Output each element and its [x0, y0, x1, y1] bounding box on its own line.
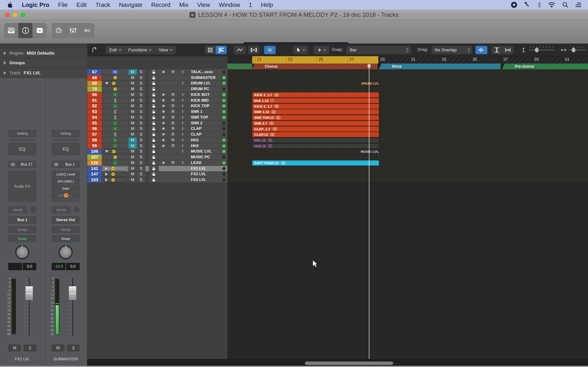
- mute-button[interactable]: M: [128, 98, 137, 103]
- disclosure-closed-icon[interactable]: [105, 167, 108, 170]
- freeze-button[interactable]: ❄: [159, 103, 168, 109]
- freeze-button[interactable]: ❄: [159, 115, 168, 120]
- track-icon-cell[interactable]: [102, 75, 128, 81]
- mute-button[interactable]: M: [128, 177, 137, 183]
- record-ready-dot[interactable]: [221, 81, 227, 86]
- track-number[interactable]: 68: [87, 75, 102, 81]
- mute-button[interactable]: M: [128, 166, 137, 171]
- freeze-button[interactable]: ❄: [159, 120, 168, 126]
- menu-item-file[interactable]: File: [58, 1, 68, 8]
- vertical-zoom-slider[interactable]: [529, 50, 554, 50]
- catch-playhead-button[interactable]: [264, 46, 276, 54]
- automation-mode-button[interactable]: Read: [52, 235, 80, 242]
- automation-mode-button[interactable]: Read: [8, 235, 36, 242]
- mute-button[interactable]: M: [128, 109, 137, 115]
- track-row-126[interactable]: 126♪MS❄RILEAD: [87, 160, 227, 166]
- lock-icon[interactable]: [149, 86, 159, 92]
- menu-item-logic-pro[interactable]: Logic Pro: [22, 1, 49, 8]
- lock-icon[interactable]: [149, 126, 159, 132]
- record-enable-column[interactable]: R: [168, 120, 178, 126]
- solo-button[interactable]: S: [137, 92, 145, 98]
- track-icon-cell[interactable]: [102, 177, 128, 183]
- track-row-67[interactable]: 67MS❄RITALK...xxxx: [87, 69, 227, 75]
- lock-icon[interactable]: [149, 109, 159, 115]
- lock-icon[interactable]: [149, 81, 159, 86]
- tool-icon[interactable]: [524, 2, 531, 8]
- apple-menu-icon[interactable]: [7, 2, 13, 8]
- input-monitor-button[interactable]: I: [178, 143, 188, 149]
- input-monitor-button[interactable]: I: [178, 81, 188, 86]
- pan-knob[interactable]: [59, 245, 73, 259]
- record-ready-dot[interactable]: [221, 86, 227, 92]
- track-icon-cell[interactable]: [102, 109, 128, 115]
- functions-menu-button[interactable]: Functions: [125, 46, 155, 54]
- edit-menu-button[interactable]: Edit: [106, 46, 125, 54]
- track-row-70[interactable]: 70MSDRUM PC: [87, 86, 227, 92]
- track-row-69[interactable]: 69MSIDRUM LVL: [87, 81, 227, 86]
- groups-inspector-header[interactable]: Groups: [0, 58, 87, 68]
- menu-item-mix[interactable]: Mix: [179, 1, 188, 8]
- track-number[interactable]: 97: [87, 132, 102, 137]
- input-monitor-button[interactable]: I: [178, 98, 188, 103]
- solo-button[interactable]: S: [137, 137, 145, 143]
- plugin-slot[interactable]: LinEQ Lowb: [52, 171, 80, 177]
- track-icon-cell[interactable]: [102, 149, 128, 154]
- smart-controls-button[interactable]: [52, 23, 66, 38]
- lock-icon[interactable]: [149, 115, 159, 120]
- record-enable-column[interactable]: R: [168, 109, 178, 115]
- track-row-94[interactable]: 94MS❄RISNR TOP: [87, 115, 227, 120]
- region-snr-1-13[interactable]: SNR 1.13: [252, 109, 379, 115]
- solo-button[interactable]: S: [137, 166, 145, 171]
- automation-button[interactable]: [234, 46, 246, 54]
- solo-button[interactable]: S: [137, 86, 145, 92]
- pointer-tool-button[interactable]: [293, 46, 308, 54]
- track-icon-cell[interactable]: [102, 98, 128, 103]
- snap-dropdown[interactable]: Bar: [346, 46, 411, 54]
- input-monitor-button[interactable]: I: [178, 69, 188, 75]
- disclosure-triangle-icon[interactable]: [4, 71, 6, 75]
- mute-button[interactable]: M: [128, 103, 137, 109]
- lock-icon[interactable]: [149, 69, 159, 75]
- sends-label[interactable]: Sends: [8, 206, 27, 213]
- record-enable-column[interactable]: R: [168, 115, 178, 120]
- track-name[interactable]: DRUM PC: [188, 86, 221, 92]
- horizontal-scrollbar[interactable]: [305, 361, 393, 365]
- track-name[interactable]: DRUM LVL: [188, 81, 221, 86]
- freeze-button[interactable]: ❄: [159, 143, 168, 149]
- mute-button[interactable]: M: [128, 86, 137, 92]
- lock-icon[interactable]: [149, 98, 159, 103]
- track-icon-cell[interactable]: ♪: [102, 120, 128, 126]
- track-number[interactable]: 90: [87, 92, 102, 98]
- region-clap-13[interactable]: CLAP.13: [252, 132, 379, 137]
- track-icon-cell[interactable]: [102, 172, 128, 177]
- mute-button[interactable]: M: [128, 69, 137, 75]
- track-name[interactable]: HH1: [188, 137, 221, 143]
- lock-icon[interactable]: [149, 172, 159, 177]
- horizontal-zoom-slider[interactable]: [568, 50, 586, 50]
- eq-button[interactable]: EQ: [8, 143, 36, 155]
- lock-icon[interactable]: [149, 166, 159, 171]
- lock-icon[interactable]: [149, 120, 159, 126]
- volume-value[interactable]: [8, 263, 22, 270]
- title-bar[interactable]: LESSON 4 - HOW TO START FROM A MELODY P2…: [0, 10, 588, 20]
- region-snr-2-7[interactable]: SNR 2.7: [252, 121, 379, 126]
- track-number[interactable]: 92: [87, 103, 102, 109]
- track-name[interactable]: FX3 LVL: [188, 177, 221, 183]
- back-button[interactable]: [90, 46, 100, 54]
- track-name[interactable]: TALK...xxxx: [188, 69, 221, 75]
- record-ready-dot[interactable]: [221, 177, 227, 183]
- strip-mute-button[interactable]: M: [52, 344, 64, 351]
- menu-item-edit[interactable]: Edit: [77, 1, 87, 8]
- region-clap-1-7[interactable]: CLAP_1.7: [252, 126, 379, 132]
- freeze-button[interactable]: ❄: [159, 132, 168, 137]
- record-enable-column[interactable]: R: [168, 126, 178, 132]
- mute-button[interactable]: M: [128, 92, 137, 98]
- marker-lane[interactable]: ChorusVersePre-chorus: [227, 64, 588, 69]
- record-enable-column[interactable]: R: [168, 92, 178, 98]
- freeze-button[interactable]: ❄: [159, 126, 168, 132]
- region-hh1-15[interactable]: HH1.15: [252, 138, 379, 143]
- strip-solo-button[interactable]: S: [24, 344, 36, 351]
- track-icon-cell[interactable]: ♪: [102, 143, 128, 149]
- record-ready-dot[interactable]: [221, 120, 227, 126]
- disclosure-closed-icon[interactable]: [105, 173, 108, 176]
